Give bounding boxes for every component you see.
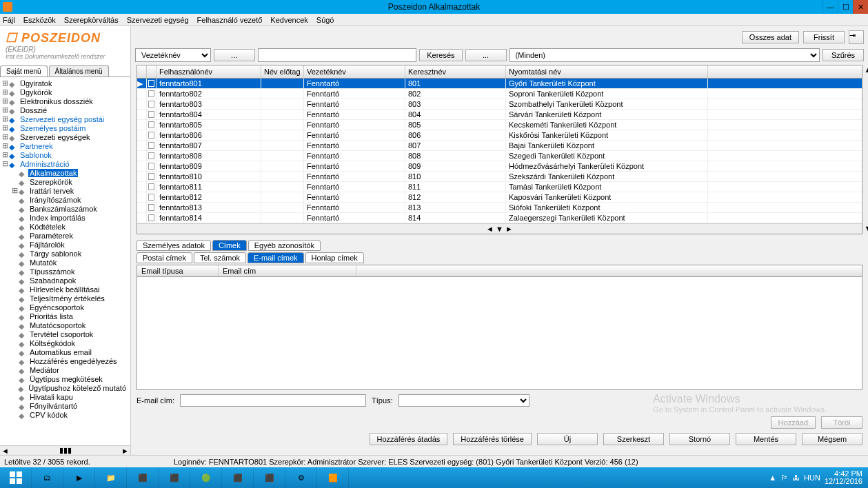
tree-item[interactable]: ◆Költségkódok bbox=[1, 338, 129, 347]
tree-item[interactable]: ◆Ügytípushoz kötelező mutató bbox=[1, 383, 129, 392]
tab-own-menu[interactable]: Saját menü bbox=[0, 65, 48, 77]
table-row[interactable]: fenntarto802Fenntartó802Soproni Tankerül… bbox=[137, 89, 862, 99]
taskbar-folder-icon[interactable]: 📁 bbox=[95, 467, 127, 488]
table-row[interactable]: fenntarto803Fenntartó803Szombathelyi Tan… bbox=[137, 99, 862, 110]
taskbar-poszeidon-icon[interactable]: 🟧 bbox=[317, 467, 349, 488]
pin-icon[interactable]: ⇥ bbox=[849, 30, 864, 44]
tree-item[interactable]: ◆Mutatócsoportok bbox=[1, 321, 129, 329]
tree-item[interactable]: ◆Tervtétel csoportok bbox=[1, 329, 129, 338]
tree-item[interactable]: ◆Hozzáférés engedélyezés bbox=[1, 356, 129, 365]
tree-item[interactable]: ◆Teljesítmény értékelés bbox=[1, 294, 129, 303]
sidebar-hscroll[interactable]: ◄ ▮▮▮ ► bbox=[0, 445, 130, 455]
tree-item[interactable]: ◆Automatikus email bbox=[1, 347, 129, 356]
all-data-button[interactable]: Összes adat bbox=[742, 31, 799, 43]
tab-general-menu[interactable]: Általános menü bbox=[49, 65, 109, 77]
tree-item[interactable]: ⊞◆Dosszié bbox=[1, 105, 129, 114]
tree-item[interactable]: ◆Típusszámok bbox=[1, 267, 129, 276]
tree-item[interactable]: ⊞◆Elektronikus dossziék bbox=[1, 96, 129, 105]
col-prefix[interactable]: Név előtag bbox=[261, 65, 304, 78]
taskbar-explorer-icon[interactable]: 🗂 bbox=[32, 467, 63, 488]
taskbar-app2-icon[interactable]: ⬛ bbox=[159, 467, 190, 488]
tree-item[interactable]: ⊞◆Személyes postáim bbox=[1, 123, 129, 132]
menu-orgunit[interactable]: Szervezeti egység bbox=[127, 16, 189, 24]
new-button[interactable]: Új bbox=[537, 433, 598, 445]
scroll-up-icon[interactable]: ▲ bbox=[863, 65, 868, 75]
close-button[interactable]: ✕ bbox=[853, 0, 868, 14]
tree-item[interactable]: ◆Szerepkörök bbox=[1, 177, 129, 186]
taskbar-app5-icon[interactable]: ⬛ bbox=[254, 467, 285, 488]
col-username[interactable]: Felhasználónév bbox=[157, 65, 261, 78]
tree-item[interactable]: ⊞◆Sablonok bbox=[1, 150, 129, 159]
taskbar-app4-icon[interactable]: ⬛ bbox=[222, 467, 254, 488]
filter-button[interactable]: Szűrés bbox=[822, 49, 864, 61]
menu-file[interactable]: Fájl bbox=[3, 16, 15, 24]
email-input[interactable] bbox=[180, 394, 366, 407]
table-row[interactable]: fenntarto813Fenntartó813Siófoki Tankerül… bbox=[137, 203, 862, 213]
delete-button[interactable]: Töröl bbox=[821, 416, 862, 429]
edit-button[interactable]: Szerkeszt bbox=[603, 433, 664, 445]
menu-role[interactable]: Szerepkörváltás bbox=[64, 16, 119, 24]
table-row[interactable]: fenntarto809Fenntartó809Hódmezővásárhely… bbox=[137, 161, 862, 172]
tree-item[interactable]: ⊞◆Ügykörök bbox=[1, 88, 129, 96]
filter-select[interactable]: (Minden) bbox=[509, 48, 820, 62]
table-row[interactable]: fenntarto806Fenntartó806Kiskőrösi Tanker… bbox=[137, 130, 862, 141]
cancel-button[interactable]: Mégsem bbox=[802, 433, 862, 445]
tray-flag-icon[interactable]: 🏳 bbox=[780, 474, 788, 482]
table-row[interactable]: fenntarto804Fenntartó804Sárvári Tankerül… bbox=[137, 110, 862, 120]
scroll-right-icon[interactable]: ► bbox=[121, 447, 129, 455]
taskbar-clock[interactable]: 4:42 PM 12/12/2016 bbox=[825, 470, 862, 485]
tree-item[interactable]: ◆Fájltárolók bbox=[1, 240, 129, 249]
menu-userlead[interactable]: Felhasználó vezető bbox=[197, 16, 263, 24]
col-firstname[interactable]: Keresztnév bbox=[405, 65, 506, 78]
tab-personal[interactable]: Személyes adatok bbox=[137, 240, 211, 251]
tree-item[interactable]: ◆Bankszámlaszámok bbox=[1, 204, 129, 213]
storno-button[interactable]: Stornó bbox=[669, 433, 730, 445]
tray-network-icon[interactable]: 🖧 bbox=[792, 474, 800, 482]
grid-navigator[interactable]: ◄ ▼ ► bbox=[137, 223, 862, 234]
tree-item[interactable]: ◆Hivatali kapu bbox=[1, 392, 129, 401]
table-row[interactable]: fenntarto810Fenntartó810Szekszárdi Tanke… bbox=[137, 172, 862, 182]
tree-item[interactable]: ◆Hírlevelek beállításai bbox=[1, 285, 129, 294]
table-row[interactable]: fenntarto808Fenntartó808Szegedi Tankerül… bbox=[137, 151, 862, 161]
table-row[interactable]: fenntarto805Fenntartó805Kecskeméti Tanke… bbox=[137, 120, 862, 130]
tree-item[interactable]: ⊞◆Partnerek bbox=[1, 141, 129, 150]
delete-access-button[interactable]: Hozzáférés törlése bbox=[453, 433, 532, 445]
scroll-down-icon[interactable]: ▼ bbox=[863, 224, 868, 234]
col-printname[interactable]: Nyomtatási név bbox=[506, 65, 708, 78]
menu-fav[interactable]: Kedvencek bbox=[270, 16, 307, 24]
table-row[interactable]: fenntarto814Fenntartó814Zalaegerszegi Ta… bbox=[137, 213, 862, 223]
type-select[interactable] bbox=[398, 394, 529, 407]
tree-item[interactable]: ◆Szabadnapok bbox=[1, 276, 129, 285]
tab-web[interactable]: Honlap címek bbox=[305, 252, 364, 263]
refresh-button[interactable]: Frissít bbox=[803, 31, 845, 43]
save-button[interactable]: Mentés bbox=[736, 433, 796, 445]
taskbar-app3-icon[interactable]: 🟢 bbox=[190, 467, 222, 488]
tab-email[interactable]: E-mail címek bbox=[248, 252, 304, 263]
tree-item[interactable]: ◆CPV kódok bbox=[1, 410, 129, 419]
tray-icon[interactable]: ▲ bbox=[769, 474, 776, 482]
tray-lang[interactable]: HUN bbox=[804, 474, 820, 482]
scroll-left-icon[interactable]: ◄ bbox=[1, 447, 9, 455]
grid-vscrollbar[interactable]: ▲ ▼ bbox=[863, 65, 868, 234]
tree-item[interactable]: ◆Egyéncsoportok bbox=[1, 303, 129, 312]
tab-postal[interactable]: Postai címek bbox=[137, 252, 192, 263]
tree-item[interactable]: ◆Paraméterek bbox=[1, 231, 129, 240]
col-email-type[interactable]: Email típusa bbox=[137, 265, 219, 276]
tree-item[interactable]: ◆Mutatók bbox=[1, 258, 129, 267]
tab-other-ids[interactable]: Egyéb azonosítók bbox=[248, 240, 321, 251]
tree-item[interactable]: ◆Főnyilvántartó bbox=[1, 401, 129, 410]
minimize-button[interactable]: — bbox=[822, 0, 838, 14]
tree-item[interactable]: ◆Ügytípus megkötések bbox=[1, 374, 129, 383]
col-email-addr[interactable]: Email cím bbox=[219, 265, 356, 276]
col-lastname[interactable]: Vezetéknév bbox=[304, 65, 405, 78]
table-row[interactable]: fenntarto812Fenntartó812Kaposvári Tanker… bbox=[137, 192, 862, 203]
tree-item[interactable]: ⊞◆Szervezeti egységek bbox=[1, 132, 129, 141]
table-row[interactable]: fenntarto807Fenntartó807Bajai Tankerület… bbox=[137, 141, 862, 151]
table-row[interactable]: fenntarto811Fenntartó811Tamási Tankerüle… bbox=[137, 182, 862, 192]
handover-button[interactable]: Hozzáférés átadás bbox=[370, 433, 448, 445]
taskbar-app1-icon[interactable]: ⬛ bbox=[127, 467, 159, 488]
menu-tools[interactable]: Eszközök bbox=[23, 16, 56, 24]
table-row[interactable]: ▶fenntarto801Fenntartó801Győri Tankerüle… bbox=[137, 79, 862, 89]
tree-item[interactable]: ◆Irányítószámok bbox=[1, 195, 129, 204]
taskbar-powershell-icon[interactable]: ▶ bbox=[63, 467, 95, 488]
